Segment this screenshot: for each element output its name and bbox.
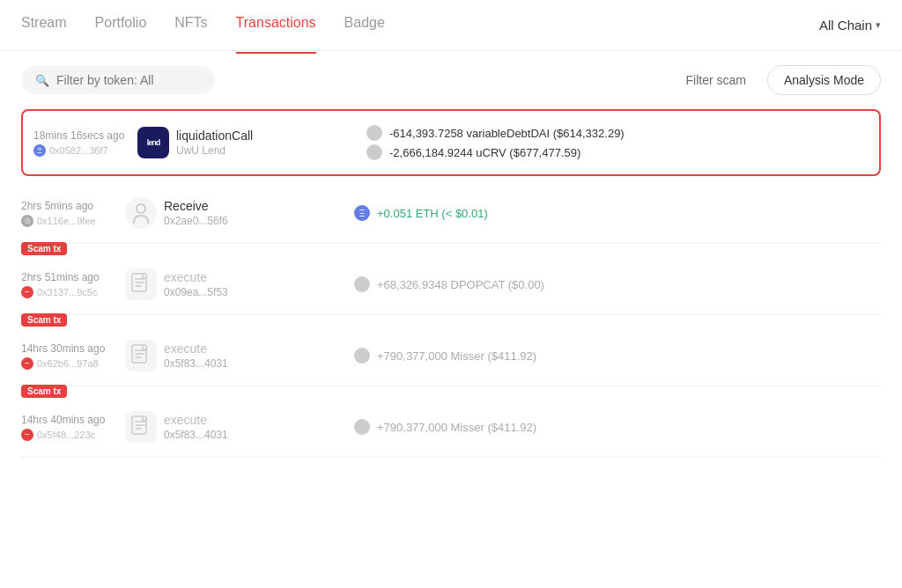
table-row[interactable]: Scam tx 14hrs 40mins ago − 0x5f48...223c…: [21, 393, 881, 458]
asset-amount: +790,377,000 Misser ($411.92): [377, 349, 536, 363]
table-row[interactable]: 2hrs 5mins ago ◎ 0x116e...9fee Receive 0…: [21, 183, 881, 244]
person-icon: [133, 203, 149, 224]
asset-icon: [354, 276, 370, 292]
tx-hash: ◎ 0x116e...9fee: [21, 215, 118, 227]
chain-icon: ◎: [21, 215, 33, 227]
search-icon: 🔍: [35, 74, 49, 87]
tx-assets-col: -614,393.7258 variableDebtDAI ($614,332.…: [352, 125, 869, 160]
tx-assets-col: +790,377,000 Misser ($411.92): [340, 419, 881, 435]
table-row[interactable]: Scam tx 14hrs 30mins ago − 0x62b6...97a8…: [21, 322, 881, 386]
chain-selector-label: All Chain: [819, 18, 872, 33]
tx-info-col: execute 0x09ea...5f53: [164, 270, 340, 298]
asset-line: +790,377,000 Misser ($411.92): [354, 419, 881, 435]
asset-amount: -2,666,184.9244 uCRV ($677,477.59): [389, 146, 580, 159]
chain-icon: −: [21, 286, 33, 298]
tx-time: 14hrs 30mins ago: [21, 342, 118, 355]
tx-hash: − 0x62b6...97a8: [21, 357, 118, 370]
asset-amount: -614,393.7258 variableDebtDAI ($614,332.…: [389, 127, 625, 140]
asset-amount: +790,377,000 Misser ($411.92): [377, 421, 536, 434]
doc-svg: [131, 344, 151, 367]
chain-icon: −: [21, 357, 33, 370]
eth-icon: Ξ: [354, 205, 370, 221]
asset-line: -614,393.7258 variableDebtDAI ($614,332.…: [366, 125, 869, 141]
nav-badge[interactable]: Badge: [344, 0, 385, 54]
tx-time: 2hrs 5mins ago: [21, 200, 118, 212]
chain-icon: −: [21, 429, 33, 441]
tx-sub: 0x5f83...4031: [164, 429, 340, 441]
tx-name: execute: [164, 270, 340, 284]
tx-time-col: 14hrs 30mins ago − 0x62b6...97a8: [21, 342, 118, 370]
asset-line: +68,326.9348 DPOPCAT ($0.00): [354, 276, 881, 292]
execute-icon: [125, 268, 157, 300]
tx-icon-col: [118, 411, 164, 443]
tx-hash: − 0x5f48...223c: [21, 429, 118, 441]
uwu-lend-icon: lend: [137, 127, 169, 158]
tx-time-col: 2hrs 51mins ago − 0x3137...9c5c: [21, 271, 118, 298]
search-box[interactable]: 🔍: [21, 66, 215, 94]
asset-icon: [366, 125, 382, 141]
asset-icon: [354, 419, 370, 435]
tx-hash: Ξ 0x0582...36f7: [33, 144, 130, 157]
scam-badge: Scam tx: [21, 313, 67, 327]
scam-badge: Scam tx: [21, 242, 67, 255]
asset-amount: +0.051 ETH (< $0.01): [377, 207, 488, 220]
filter-scam-button[interactable]: Filter scam: [676, 66, 757, 94]
tx-sub: UwU Lend: [176, 144, 352, 157]
search-input[interactable]: [56, 73, 201, 87]
analysis-mode-button[interactable]: Analysis Mode: [767, 65, 881, 95]
receive-icon: [125, 197, 157, 229]
main-nav: Stream Portfolio NFTs Transactions Badge…: [0, 0, 902, 51]
asset-line: -2,666,184.9244 uCRV ($677,477.59): [366, 144, 869, 160]
tx-sub: 0x2ae0...56f6: [164, 215, 340, 227]
asset-amount: +68,326.9348 DPOPCAT ($0.00): [377, 278, 544, 291]
tx-hash: − 0x3137...9c5c: [21, 286, 118, 298]
execute-icon: [125, 411, 157, 443]
transaction-list: 18mins 16secs ago Ξ 0x0582...36f7 lend l…: [0, 109, 902, 458]
doc-svg: [131, 273, 151, 296]
nav-transactions[interactable]: Transactions: [236, 0, 316, 54]
tx-name: execute: [164, 342, 340, 356]
chain-selector[interactable]: All Chain ▾: [819, 18, 881, 33]
asset-line: Ξ +0.051 ETH (< $0.01): [354, 205, 881, 221]
tx-name: Receive: [164, 199, 340, 213]
toolbar: 🔍 Filter scam Analysis Mode: [0, 51, 902, 109]
scam-badge: Scam tx: [21, 385, 67, 398]
tx-sub: 0x09ea...5f53: [164, 286, 340, 298]
tx-time-col: 2hrs 5mins ago ◎ 0x116e...9fee: [21, 200, 118, 227]
chevron-down-icon: ▾: [876, 19, 881, 31]
table-row[interactable]: Scam tx 2hrs 51mins ago − 0x3137...9c5c …: [21, 251, 881, 315]
execute-icon: [125, 340, 157, 371]
tx-info-col: Receive 0x2ae0...56f6: [164, 199, 340, 227]
tx-time: 18mins 16secs ago: [33, 129, 130, 142]
chain-icon: Ξ: [33, 144, 46, 157]
tx-info-col: execute 0x5f83...4031: [164, 342, 340, 370]
doc-svg: [131, 415, 151, 438]
nav-nfts[interactable]: NFTs: [174, 0, 207, 54]
tx-name: liquidationCall: [176, 129, 352, 143]
tx-assets-col: +790,377,000 Misser ($411.92): [340, 348, 881, 364]
tx-assets-col: +68,326.9348 DPOPCAT ($0.00): [340, 276, 881, 292]
tx-assets-col: Ξ +0.051 ETH (< $0.01): [340, 205, 881, 221]
tx-info-col: execute 0x5f83...4031: [164, 413, 340, 441]
tx-icon-col: lend: [130, 127, 176, 158]
asset-line: +790,377,000 Misser ($411.92): [354, 348, 881, 364]
asset-icon: [354, 348, 370, 364]
asset-icon: [366, 144, 382, 160]
nav-stream[interactable]: Stream: [21, 0, 67, 54]
tx-sub: 0x5f83...4031: [164, 357, 340, 370]
tx-icon-col: [118, 197, 164, 229]
tx-name: execute: [164, 413, 340, 427]
table-row[interactable]: 18mins 16secs ago Ξ 0x0582...36f7 lend l…: [21, 109, 881, 176]
tx-info-col: liquidationCall UwU Lend: [176, 129, 352, 157]
nav-portfolio[interactable]: Portfolio: [95, 0, 147, 54]
tx-icon-col: [118, 340, 164, 371]
tx-time: 14hrs 40mins ago: [21, 414, 118, 426]
tx-time-col: 18mins 16secs ago Ξ 0x0582...36f7: [33, 129, 130, 157]
tx-time: 2hrs 51mins ago: [21, 271, 118, 283]
tx-time-col: 14hrs 40mins ago − 0x5f48...223c: [21, 414, 118, 441]
tx-icon-col: [118, 268, 164, 300]
